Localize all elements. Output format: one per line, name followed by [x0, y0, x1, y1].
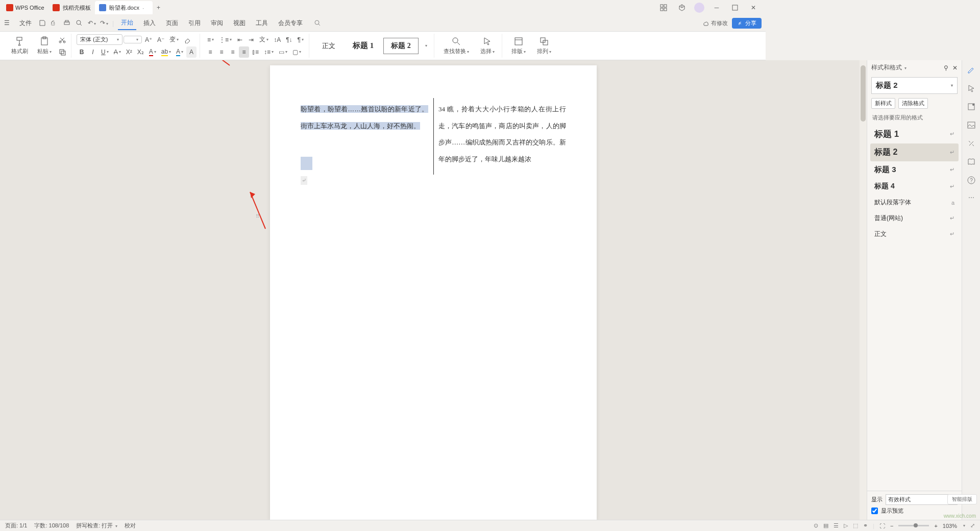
find-replace-button[interactable]: 查找替换▾ [439, 34, 473, 57]
superscript-button[interactable]: X² [124, 46, 134, 58]
highlight-button[interactable]: ab▾ [159, 46, 173, 58]
print-icon[interactable] [63, 19, 71, 28]
new-tab-button[interactable]: + [153, 4, 164, 11]
menu-file[interactable]: 文件 [16, 17, 35, 30]
document-viewport[interactable]: 盼望着，盼望着……翘首以盼的新年近了。街市上车水马龙，人山人海，好不热闹。 ⤶ … [0, 60, 766, 415]
copy-button[interactable] [57, 46, 68, 58]
bold-button[interactable]: B [77, 46, 87, 58]
format-painter-button[interactable]: 格式刷 [7, 34, 32, 57]
paragraph-text[interactable]: 34 瞧，拎着大大小小行李箱的人在街上行走，汽车的鸣笛声，商店的叫卖声，人的脚步… [438, 101, 566, 167]
font-size-select[interactable]: ▾ [124, 36, 142, 43]
shading-button[interactable]: A▾ [174, 46, 185, 58]
change-case-button[interactable]: 变▾ [167, 34, 181, 45]
hamburger-icon[interactable]: ☰ [4, 19, 12, 28]
user-avatar[interactable] [694, 3, 704, 13]
drag-handle-icon[interactable]: ⠿ [256, 213, 259, 219]
undo-icon[interactable]: ↶▾ [88, 19, 96, 28]
font-color-button[interactable]: A▾ [147, 46, 158, 58]
italic-button[interactable]: I [88, 46, 98, 58]
svg-marker-27 [250, 192, 255, 198]
text-direction-button[interactable]: 文▾ [257, 34, 271, 45]
svg-rect-1 [664, 5, 667, 7]
cloud-status[interactable]: 有修改 [702, 19, 728, 27]
select-button[interactable]: 选择▾ [476, 34, 499, 57]
strikethrough-button[interactable]: A▾ [112, 46, 123, 58]
align-right-button[interactable]: ≡ [228, 46, 238, 58]
arrange-icon [539, 36, 549, 46]
menu-insert[interactable]: 插入 [140, 17, 159, 30]
decrease-indent-button[interactable]: ⇤ [235, 34, 245, 45]
align-justify-button[interactable]: ≡ [239, 46, 249, 58]
preview-icon[interactable] [76, 19, 84, 28]
close-button[interactable]: ✕ [747, 2, 760, 14]
borders-button[interactable]: ▢▾ [290, 46, 303, 58]
cube-icon[interactable] [676, 2, 688, 14]
app-logo[interactable]: WPS Office [2, 4, 48, 11]
empty-para[interactable] [301, 160, 428, 167]
clear-format-button[interactable] [182, 34, 193, 45]
maximize-button[interactable] [729, 2, 741, 14]
increase-indent-button[interactable]: ⇥ [246, 34, 256, 45]
share-button[interactable]: 分享 [732, 18, 762, 29]
char-border-button[interactable]: A [186, 46, 197, 58]
svg-rect-3 [664, 8, 667, 11]
menubar: ☰ 文件 ⎙ ↶▾ ↷▾ | 开始 插入 页面 引用 审阅 视图 工具 会员专享… [0, 15, 766, 32]
menu-page[interactable]: 页面 [163, 17, 181, 30]
menu-start[interactable]: 开始 [118, 16, 136, 30]
subscript-button[interactable]: X₂ [135, 46, 146, 58]
style-normal[interactable]: 正文 [314, 38, 343, 54]
distribute-button[interactable]: ⫿≡ [250, 46, 261, 58]
document-page: 盼望着，盼望着……翘首以盼的新年近了。街市上车水马龙，人山人海，好不热闹。 ⤶ … [270, 65, 597, 415]
column-1: 盼望着，盼望着……翘首以盼的新年近了。街市上车水马龙，人山人海，好不热闹。 ⤶ [301, 101, 428, 185]
paste-icon [39, 36, 50, 46]
style-gallery-more[interactable]: ▾ [421, 40, 431, 52]
share-icon [737, 20, 743, 27]
decrease-font-button[interactable]: A⁻ [155, 34, 166, 45]
style-heading2[interactable]: 标题 2 [383, 38, 419, 54]
underline-button[interactable]: U▾ [99, 46, 111, 58]
line-spacing-button[interactable]: ↕≡▾ [262, 46, 276, 58]
layout-button[interactable]: 排版▾ [507, 34, 530, 57]
bullet-list-button[interactable]: ⋮≡▾ [217, 34, 234, 45]
show-marks-button[interactable]: ¶▾ [296, 34, 306, 45]
menu-reference[interactable]: 引用 [185, 17, 204, 30]
layout-icon [513, 36, 524, 46]
menu-membership[interactable]: 会员专享 [275, 17, 306, 30]
print-quick-icon[interactable]: ⎙ [51, 19, 59, 28]
svg-line-24 [199, 60, 230, 65]
save-icon[interactable] [39, 19, 47, 28]
paragraph-text[interactable]: 盼望着，盼望着……翘首以盼的新年近了。街市上车水马龙，人山人海，好不热闹。 [301, 101, 428, 134]
grid-icon[interactable] [657, 2, 670, 14]
copy-icon [59, 49, 66, 56]
ribbon: 格式刷 粘贴▾ 宋体 (正文)▾ ▾ A⁺ A⁻ 变▾ [0, 32, 766, 60]
format-painter-icon [15, 36, 25, 46]
font-name-select[interactable]: 宋体 (正文)▾ [77, 34, 122, 45]
redo-icon[interactable]: ↷▾ [100, 19, 108, 28]
minimize-button[interactable]: ─ [710, 2, 723, 14]
increase-font-button[interactable]: A⁺ [143, 34, 154, 45]
titlebar-right: ─ ✕ [657, 2, 764, 14]
line-numbers-button[interactable]: ¶↓ [284, 34, 294, 45]
annotation-arrow-1 [194, 60, 235, 70]
style-heading1[interactable]: 标题 1 [345, 37, 381, 54]
menu-view[interactable]: 视图 [230, 17, 249, 30]
sort-button[interactable]: ↕A [272, 34, 283, 45]
para-shading-button[interactable]: ▭▾ [277, 46, 289, 58]
align-center-button[interactable]: ≡ [216, 46, 227, 58]
close-icon[interactable]: · [142, 5, 149, 11]
cut-button[interactable] [57, 34, 68, 45]
menu-left: ☰ 文件 ⎙ ↶▾ ↷▾ | 开始 插入 页面 引用 审阅 视图 工具 会员专享 [4, 16, 322, 30]
tab-title: 盼望着.docx [109, 4, 139, 12]
search-icon[interactable] [314, 19, 322, 28]
svg-line-19 [457, 42, 460, 45]
numbered-list-button[interactable]: ≡▾ [205, 34, 216, 45]
menu-tools[interactable]: 工具 [253, 17, 271, 30]
selected-text: 盼望着，盼望着……翘首以盼的新年近了。街市上车水马龙，人山人海，好不热闹。 [301, 105, 428, 130]
tab-templates[interactable]: 找稻壳模板 [48, 1, 95, 14]
menu-review[interactable]: 审阅 [208, 17, 226, 30]
align-left-button[interactable]: ≡ [205, 46, 215, 58]
arrange-button[interactable]: 排列▾ [533, 34, 555, 57]
tab-document[interactable]: 盼望着.docx · [95, 1, 153, 14]
paste-button[interactable]: 粘贴▾ [35, 36, 54, 55]
search-icon [451, 36, 461, 46]
